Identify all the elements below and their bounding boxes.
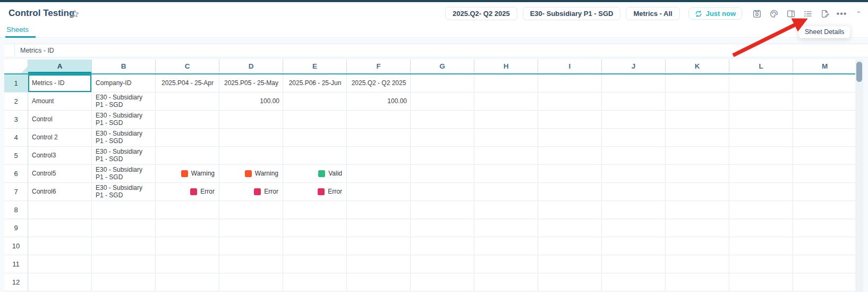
cell-I3[interactable] <box>538 111 602 129</box>
cell-C10[interactable] <box>156 237 219 255</box>
cell-L1[interactable] <box>729 74 793 93</box>
cell-E5[interactable] <box>283 147 347 165</box>
cell-A6[interactable]: Control5 <box>28 165 92 183</box>
column-header-J[interactable]: J <box>602 60 666 73</box>
vertical-scrollbar[interactable] <box>855 60 863 292</box>
cell-J4[interactable] <box>602 129 666 147</box>
cell-J8[interactable] <box>602 201 666 219</box>
cell-I2[interactable] <box>538 93 602 111</box>
cell-L2[interactable] <box>729 93 793 111</box>
cell-F3[interactable] <box>347 111 411 129</box>
cell-M4[interactable] <box>793 129 855 147</box>
cell-D5[interactable] <box>219 147 283 165</box>
cell-E2[interactable] <box>283 93 347 111</box>
cell-K7[interactable] <box>666 183 729 201</box>
cell-A2[interactable]: Amount <box>28 93 92 111</box>
cell-H4[interactable] <box>474 129 538 147</box>
cell-G10[interactable] <box>411 237 474 255</box>
cell-G8[interactable] <box>411 201 474 219</box>
cell-F6[interactable] <box>347 165 411 183</box>
palette-icon[interactable] <box>769 9 779 19</box>
column-header-F[interactable]: F <box>347 60 411 73</box>
column-header-M[interactable]: M <box>793 60 855 73</box>
cell-I4[interactable] <box>538 129 602 147</box>
cell-J7[interactable] <box>602 183 666 201</box>
cell-E1[interactable]: 2025.P06 - 25-Jun <box>283 74 347 93</box>
cell-M8[interactable] <box>793 201 855 219</box>
cell-J12[interactable] <box>602 273 666 291</box>
cell-G2[interactable] <box>411 93 474 111</box>
cell-E10[interactable] <box>283 237 347 255</box>
cell-A10[interactable] <box>28 237 92 255</box>
cell-D4[interactable] <box>219 129 283 147</box>
cell-C12[interactable] <box>156 273 219 291</box>
name-box[interactable] <box>4 44 15 57</box>
cell-C6[interactable]: Warning <box>156 165 219 183</box>
cell-I1[interactable] <box>538 74 602 93</box>
row-header-4[interactable]: 4 <box>4 129 28 147</box>
cell-J9[interactable] <box>602 219 666 237</box>
favorite-star-icon[interactable] <box>70 9 80 19</box>
cell-H7[interactable] <box>474 183 538 201</box>
cell-B10[interactable] <box>92 237 156 255</box>
export-icon[interactable] <box>820 9 830 19</box>
cell-K5[interactable] <box>666 147 729 165</box>
cell-M3[interactable] <box>793 111 855 129</box>
cell-G9[interactable] <box>411 219 474 237</box>
cell-E6[interactable]: Valid <box>283 165 347 183</box>
column-header-L[interactable]: L <box>729 60 793 73</box>
row-header-8[interactable]: 8 <box>4 201 28 219</box>
cell-H8[interactable] <box>474 201 538 219</box>
cell-G3[interactable] <box>411 111 474 129</box>
cell-L11[interactable] <box>729 255 793 273</box>
row-header-6[interactable]: 6 <box>4 165 28 183</box>
cell-A3[interactable]: Control <box>28 111 92 129</box>
cell-B11[interactable] <box>92 255 156 273</box>
cell-G11[interactable] <box>411 255 474 273</box>
cell-K2[interactable] <box>666 93 729 111</box>
cell-I11[interactable] <box>538 255 602 273</box>
cell-I8[interactable] <box>538 201 602 219</box>
cell-M9[interactable] <box>793 219 855 237</box>
cell-F10[interactable] <box>347 237 411 255</box>
cell-A8[interactable] <box>28 201 92 219</box>
cell-G4[interactable] <box>411 129 474 147</box>
cell-G7[interactable] <box>411 183 474 201</box>
cell-J10[interactable] <box>602 237 666 255</box>
row-header-12[interactable]: 12 <box>4 273 28 291</box>
cell-H5[interactable] <box>474 147 538 165</box>
cell-M1[interactable] <box>793 74 855 93</box>
cell-D6[interactable]: Warning <box>219 165 283 183</box>
collapse-icon[interactable]: ⌃ <box>854 9 864 19</box>
column-header-B[interactable]: B <box>92 60 156 73</box>
filter-badge-period[interactable]: 2025.Q2- Q2 2025 <box>445 7 517 20</box>
cell-F2[interactable]: 100.00 <box>347 93 411 111</box>
cell-J3[interactable] <box>602 111 666 129</box>
cell-K10[interactable] <box>666 237 729 255</box>
cell-M12[interactable] <box>793 273 855 291</box>
cell-E4[interactable] <box>283 129 347 147</box>
cell-I10[interactable] <box>538 237 602 255</box>
cell-A1[interactable]: Metrics - ID <box>28 74 92 93</box>
cell-L7[interactable] <box>729 183 793 201</box>
cell-D10[interactable] <box>219 237 283 255</box>
cell-E8[interactable] <box>283 201 347 219</box>
cell-B8[interactable] <box>92 201 156 219</box>
cell-F1[interactable]: 2025.Q2 - Q2 2025 <box>347 74 411 93</box>
save-icon[interactable] <box>752 9 762 19</box>
cell-C2[interactable] <box>156 93 219 111</box>
cell-A12[interactable] <box>28 273 92 291</box>
list-icon[interactable] <box>803 9 813 19</box>
row-header-5[interactable]: 5 <box>4 147 28 165</box>
cell-F8[interactable] <box>347 201 411 219</box>
cell-K6[interactable] <box>666 165 729 183</box>
cell-E9[interactable] <box>283 219 347 237</box>
cell-I7[interactable] <box>538 183 602 201</box>
cell-L5[interactable] <box>729 147 793 165</box>
cell-A4[interactable]: Control 2 <box>28 129 92 147</box>
cell-J1[interactable] <box>602 74 666 93</box>
cell-F12[interactable] <box>347 273 411 291</box>
cell-F5[interactable] <box>347 147 411 165</box>
cell-K11[interactable] <box>666 255 729 273</box>
cell-K8[interactable] <box>666 201 729 219</box>
